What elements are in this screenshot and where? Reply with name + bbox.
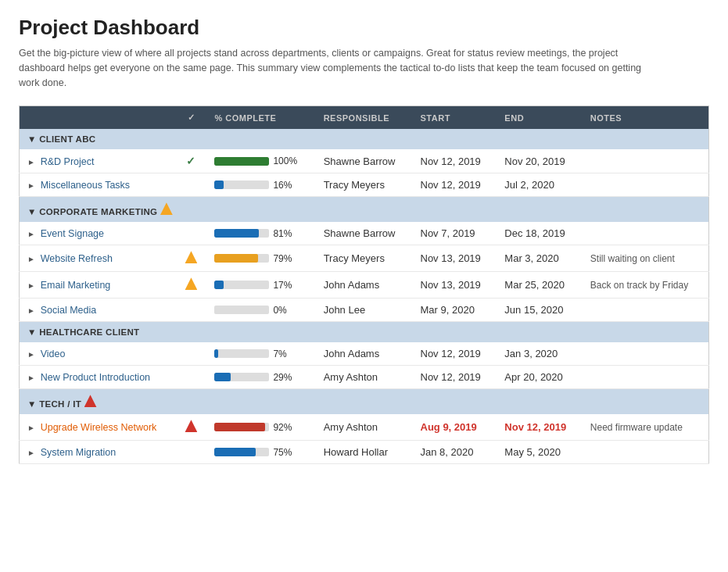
expand-arrow-icon[interactable]: ► (27, 374, 38, 382)
end-date-cell: Jun 15, 2020 (497, 299, 582, 322)
end-date-cell: Jul 2, 2020 (497, 173, 582, 197)
notes-cell: Back on track by Friday (583, 272, 709, 299)
responsible-cell: Tracy Meyers (316, 173, 413, 197)
end-date-cell: Apr 20, 2020 (497, 366, 582, 389)
notes-cell (583, 222, 709, 245)
project-name: Email Marketing (41, 280, 111, 291)
table-row: ► Website Refresh79%Tracy MeyersNov 13, … (20, 245, 709, 272)
group-name: ▼ HEALTHCARE CLIENT (27, 327, 139, 337)
group-row: ▼ TECH / IT (20, 389, 709, 415)
warning-icon (185, 251, 197, 263)
expand-arrow-icon[interactable]: ► (27, 306, 38, 315)
group-row: ▼ HEALTHCARE CLIENT (20, 322, 709, 343)
col-end: END (497, 106, 582, 130)
notes-cell (583, 149, 709, 173)
responsible-cell: Amy Ashton (316, 366, 413, 389)
start-date-cell: Nov 13, 2019 (413, 245, 497, 272)
col-notes: NOTES (583, 106, 709, 130)
percent-label: 100% (273, 156, 297, 166)
table-row: ► Social Media0%John LeeMar 9, 2020Jun 1… (20, 299, 709, 322)
table-row: ► Event Signage81%Shawne BarrowNov 7, 20… (20, 222, 709, 245)
responsible-cell: Shawne Barrow (316, 149, 413, 173)
percent-label: 79% (273, 253, 296, 264)
start-date-cell: Nov 13, 2019 (413, 272, 497, 299)
table-row: ► R&D Project✓100%Shawne BarrowNov 12, 2… (20, 149, 709, 173)
responsible-cell: Howard Hollar (316, 441, 413, 464)
percent-label: 0% (273, 305, 296, 316)
col-name (20, 106, 176, 130)
notes-cell: Still waiting on client (583, 245, 709, 272)
progress-bar-background (214, 448, 269, 456)
start-date-cell: Nov 12, 2019 (413, 342, 497, 366)
table-row: ► New Product Introduction29%Amy AshtonN… (20, 366, 709, 389)
table-row: ► Email Marketing17%John AdamsNov 13, 20… (20, 272, 709, 299)
progress-bar-background (214, 373, 269, 381)
progress-bar-background (214, 229, 269, 238)
expand-arrow-icon[interactable]: ► (27, 281, 38, 290)
percent-label: 81% (273, 228, 296, 239)
project-name: Upgrade Wireless Network (41, 422, 157, 433)
group-row: ▼ CLIENT ABC (20, 129, 709, 149)
start-date-cell: Nov 12, 2019 (413, 149, 497, 173)
project-name: Event Signage (41, 228, 104, 239)
percent-label: 17% (273, 280, 296, 291)
percent-label: 75% (273, 447, 296, 458)
table-row: ► Upgrade Wireless Network92%Amy AshtonA… (20, 414, 709, 441)
percent-label: 92% (273, 422, 296, 433)
expand-arrow-icon[interactable]: ► (27, 230, 38, 238)
col-responsible: RESPONSIBLE (316, 106, 413, 130)
progress-bar-fill (214, 281, 224, 289)
start-date-cell: Mar 9, 2020 (413, 299, 497, 322)
progress-bar-fill (214, 448, 256, 456)
project-name: R&D Project (41, 156, 95, 167)
progress-bar-fill (214, 157, 269, 166)
expand-arrow-icon[interactable]: ► (27, 424, 38, 432)
notes-cell (583, 173, 709, 197)
progress-bar-fill (214, 229, 259, 238)
checkmark-icon: ✓ (186, 155, 195, 167)
project-name: Miscellaneous Tasks (41, 180, 130, 191)
table-row: ► System Migration75%Howard HollarJan 8,… (20, 441, 709, 464)
page-subtitle: Get the big-picture view of where all pr… (19, 46, 660, 90)
percent-label: 16% (273, 180, 296, 191)
start-date-cell: Aug 9, 2019 (413, 414, 497, 441)
project-name: New Product Introduction (41, 372, 150, 383)
progress-bar-fill (214, 423, 264, 431)
expand-arrow-icon[interactable]: ► (27, 449, 38, 457)
progress-bar-fill (214, 181, 223, 189)
expand-arrow-icon[interactable]: ► (27, 255, 38, 263)
col-check: ✓ (176, 106, 207, 130)
progress-bar-fill (214, 254, 257, 263)
progress-bar-background (214, 306, 269, 314)
project-name: Video (41, 349, 66, 359)
progress-bar-fill (214, 349, 218, 358)
col-start: START (413, 106, 497, 130)
expand-arrow-icon[interactable]: ► (27, 350, 38, 359)
end-date-cell: Nov 20, 2019 (497, 149, 582, 173)
page-title: Project Dashboard (19, 16, 709, 40)
start-date-cell: Jan 8, 2020 (413, 441, 497, 464)
group-name: ▼ TECH / IT (27, 399, 81, 409)
table-row: ► Video7%John AdamsNov 12, 2019Jan 3, 20… (20, 342, 709, 366)
end-date-cell: Mar 25, 2020 (497, 272, 582, 299)
notes-cell (583, 299, 709, 322)
project-name: Website Refresh (41, 253, 113, 264)
responsible-cell: John Adams (316, 342, 413, 366)
responsible-cell: Shawne Barrow (316, 222, 413, 245)
percent-label: 7% (273, 349, 296, 359)
group-name: ▼ CLIENT ABC (27, 134, 95, 144)
notes-cell: Need firmware update (583, 414, 709, 441)
notes-cell (583, 441, 709, 464)
group-name: ▼ CORPORATE MARKETING (27, 207, 157, 216)
table-row: ► Miscellaneous Tasks16%Tracy MeyersNov … (20, 173, 709, 197)
table-header-row: ✓ % COMPLETE RESPONSIBLE START END NOTES (20, 106, 709, 130)
responsible-cell: John Lee (316, 299, 413, 322)
expand-arrow-icon[interactable]: ► (27, 158, 38, 166)
start-date-cell: Nov 7, 2019 (413, 222, 497, 245)
warning-icon (185, 277, 197, 290)
start-date-cell: Nov 12, 2019 (413, 173, 497, 197)
end-date-cell: Dec 18, 2019 (497, 222, 582, 245)
progress-bar-background (214, 349, 269, 358)
end-date-cell: Nov 12, 2019 (497, 414, 582, 441)
expand-arrow-icon[interactable]: ► (27, 181, 38, 190)
